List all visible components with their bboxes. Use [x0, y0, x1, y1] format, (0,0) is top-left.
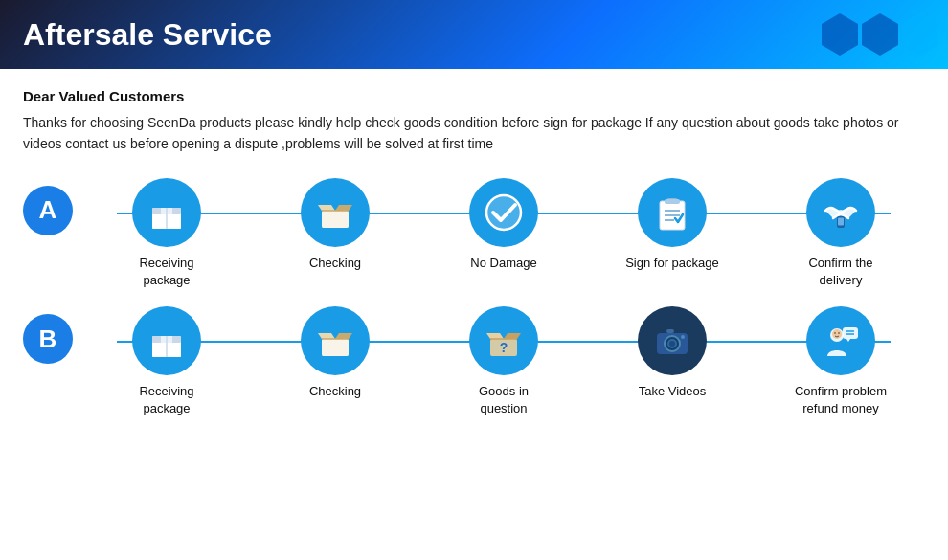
label-b4: Take Videos — [639, 383, 707, 400]
icon-a3 — [469, 178, 538, 247]
svg-marker-7 — [335, 205, 352, 211]
flow-steps-b: Receiving package Checking — [82, 306, 925, 417]
icon-b1 — [132, 306, 201, 375]
svg-marker-32 — [504, 333, 521, 339]
step-b4: Take Videos — [588, 306, 756, 400]
label-a2: Checking — [309, 255, 361, 272]
svg-rect-19 — [838, 217, 844, 225]
hex-3 — [902, 13, 938, 56]
label-b3: Goods in question — [456, 383, 552, 417]
svg-text:?: ? — [500, 340, 508, 355]
icon-a1 — [132, 178, 201, 247]
icon-b5 — [806, 306, 875, 375]
svg-point-41 — [681, 335, 685, 339]
label-a4: Sign for package — [625, 255, 719, 272]
letter-a: A — [23, 186, 73, 235]
icon-b2 — [301, 306, 370, 375]
step-a3: No Damage — [419, 178, 588, 272]
intro-text: Thanks for choosing SeenDa products plea… — [23, 112, 925, 155]
icon-a4 — [638, 178, 707, 247]
svg-point-17 — [838, 210, 844, 215]
label-b1: Receiving package — [119, 383, 214, 417]
dear-title: Dear Valued Customers — [23, 88, 925, 104]
hex-1 — [822, 13, 858, 56]
label-a5: Confirm the delivery — [793, 255, 889, 289]
page-header: Aftersale Service — [0, 0, 948, 69]
icon-b4 — [638, 306, 707, 375]
flow-steps-a: Receiving package Checking — [82, 178, 925, 289]
svg-rect-28 — [322, 339, 349, 356]
svg-point-47 — [832, 329, 842, 339]
svg-marker-6 — [318, 205, 335, 211]
svg-marker-26 — [318, 333, 335, 339]
svg-marker-46 — [846, 339, 850, 342]
icon-a2 — [301, 178, 370, 247]
step-b2: Checking — [251, 306, 419, 400]
svg-marker-31 — [486, 333, 504, 339]
step-b1: Receiving package — [82, 306, 251, 417]
svg-rect-43 — [843, 327, 858, 339]
step-b3: ? Goods in question — [419, 306, 588, 417]
step-a1: Receiving package — [82, 178, 251, 289]
svg-rect-13 — [665, 199, 680, 204]
letter-b: B — [23, 314, 73, 364]
label-b2: Checking — [309, 383, 361, 400]
svg-point-49 — [838, 332, 840, 334]
label-a1: Receiving package — [119, 255, 214, 289]
flow-row-b: B Receiving package — [23, 306, 925, 417]
svg-point-48 — [834, 332, 836, 334]
svg-rect-8 — [322, 211, 349, 228]
icon-b3: ? — [469, 306, 538, 375]
step-a2: Checking — [251, 178, 419, 272]
svg-rect-40 — [666, 329, 674, 333]
main-content: Dear Valued Customers Thanks for choosin… — [0, 69, 948, 445]
label-b5: Confirm problemrefund money — [795, 383, 887, 417]
step-b5: Confirm problemrefund money — [756, 306, 925, 417]
step-a5: Confirm the delivery — [756, 178, 925, 289]
step-a4: Sign for package — [588, 178, 756, 272]
label-a3: No Damage — [470, 255, 536, 272]
icon-a5 — [806, 178, 875, 247]
page-title: Aftersale Service — [23, 17, 272, 53]
flow-row-a: A Receiving package — [23, 178, 925, 289]
svg-marker-27 — [335, 333, 352, 339]
hex-2 — [862, 13, 898, 56]
svg-point-39 — [669, 341, 675, 347]
hex-decoration — [822, 0, 948, 69]
